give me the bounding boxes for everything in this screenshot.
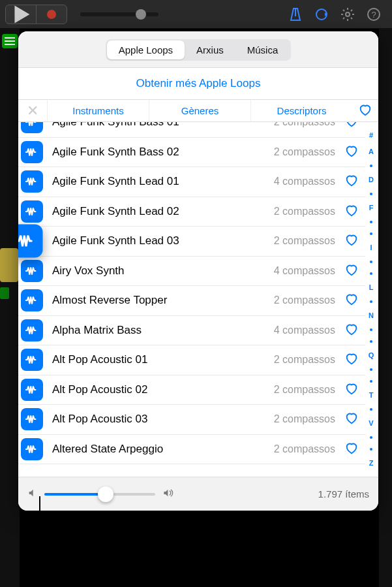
heart-outline-icon — [344, 203, 359, 217]
index-dot[interactable] — [370, 193, 372, 195]
scrub-track[interactable] — [80, 12, 158, 16]
index-letter-Q[interactable]: Q — [365, 352, 377, 359]
scrub-knob[interactable] — [136, 9, 146, 20]
loop-type-icon[interactable] — [21, 289, 43, 311]
heart-outline-icon — [344, 322, 359, 336]
index-letter-D[interactable]: D — [365, 176, 377, 183]
segment-música[interactable]: Música — [235, 40, 290, 59]
loop-row[interactable]: Altered State Arpeggio2 compassos — [18, 435, 365, 465]
index-dot[interactable] — [370, 368, 372, 371]
index-dot[interactable] — [370, 436, 372, 439]
favorite-toggle[interactable] — [342, 262, 361, 279]
favorite-toggle[interactable] — [342, 381, 361, 398]
index-dot[interactable] — [370, 221, 372, 223]
index-letter-#[interactable]: # — [365, 132, 377, 139]
segment-apple-loops[interactable]: Apple Loops — [107, 40, 185, 59]
record-button[interactable] — [36, 5, 67, 24]
loop-meta: 2 compassos — [274, 443, 342, 455]
favorite-toggle[interactable] — [342, 232, 361, 249]
loop-row[interactable]: Agile Funk Synth Lead 022 compassos — [18, 197, 365, 227]
favorite-toggle[interactable] — [342, 322, 361, 339]
help-button[interactable]: ? — [361, 1, 387, 27]
loop-row[interactable]: Agile Funk Synth Lead 014 compassos — [18, 167, 365, 197]
metronome-icon — [288, 7, 303, 22]
favorite-toggle[interactable] — [342, 441, 361, 458]
loop-type-icon[interactable] — [21, 200, 43, 223]
track-header-stub — [0, 287, 9, 299]
settings-button[interactable] — [335, 1, 361, 27]
favorite-toggle[interactable] — [342, 173, 361, 190]
loop-meta: 2 compassos — [274, 294, 342, 306]
alpha-index-rail[interactable]: #ADFILNQTVZ — [365, 127, 377, 471]
loop-row[interactable]: Alt Pop Acoustic 012 compassos — [18, 345, 365, 375]
loop-row[interactable]: Agile Funk Synth Lead 032 compassos — [18, 227, 365, 257]
loop-browser-button[interactable] — [309, 1, 335, 27]
filter-favorites[interactable] — [352, 103, 378, 119]
volume-knob[interactable] — [98, 486, 113, 502]
index-letter-F[interactable]: F — [365, 204, 377, 212]
loop-type-icon[interactable] — [21, 260, 43, 282]
tracks-menu-button[interactable] — [2, 34, 18, 48]
favorite-toggle[interactable] — [342, 292, 361, 309]
index-letter-T[interactable]: T — [365, 392, 377, 399]
waveform-icon — [25, 145, 39, 159]
index-dot[interactable] — [370, 300, 372, 303]
loop-row[interactable]: Airy Vox Synth4 compassos — [18, 257, 365, 287]
filter-instruments[interactable]: Instruments — [47, 100, 149, 121]
index-dot[interactable] — [370, 408, 372, 411]
loop-type-icon[interactable] — [21, 122, 43, 133]
get-more-link[interactable]: Obtenir més Apple Loops — [136, 77, 261, 89]
favorite-toggle[interactable] — [342, 122, 361, 131]
index-letter-Z[interactable]: Z — [365, 460, 377, 467]
index-dot[interactable] — [370, 272, 372, 275]
loop-list[interactable]: Agile Funk Synth Bass 012 compassosAgile… — [18, 122, 365, 464]
loop-row[interactable]: Alt Pop Acoustic 032 compassos — [18, 405, 365, 435]
loop-row[interactable]: Alpha Matrix Bass4 compassos — [18, 316, 365, 346]
index-dot[interactable] — [370, 232, 372, 235]
loop-type-icon[interactable] — [21, 319, 43, 341]
favorite-toggle[interactable] — [342, 203, 361, 220]
index-letter-N[interactable]: N — [365, 312, 377, 319]
favorite-toggle[interactable] — [342, 411, 361, 428]
loop-icon — [314, 7, 329, 22]
favorite-toggle[interactable] — [342, 351, 361, 368]
play-button[interactable] — [5, 5, 37, 24]
volume-max-icon — [162, 488, 175, 501]
index-letter-A[interactable]: A — [365, 148, 377, 155]
loop-type-icon[interactable] — [21, 379, 43, 401]
loop-type-icon[interactable] — [18, 225, 43, 258]
loop-meta: 2 compassos — [274, 206, 342, 217]
index-dot[interactable] — [370, 165, 372, 167]
loop-type-icon[interactable] — [21, 141, 43, 163]
loop-row[interactable]: Agile Funk Synth Bass 012 compassos — [18, 122, 365, 138]
index-dot[interactable] — [370, 448, 372, 451]
index-letter-I[interactable]: I — [365, 244, 377, 251]
filter-genres[interactable]: Gèneres — [149, 100, 250, 121]
loop-row[interactable]: Agile Funk Synth Bass 022 compassos — [18, 138, 365, 168]
close-icon: ✕ — [27, 103, 38, 119]
index-dot[interactable] — [370, 328, 372, 331]
favorite-toggle[interactable] — [342, 144, 361, 161]
index-dot[interactable] — [370, 340, 372, 343]
loop-type-icon[interactable] — [21, 349, 43, 371]
item-count: 1.797 ítems — [318, 488, 369, 500]
loop-type-icon[interactable] — [21, 408, 43, 430]
filter-descriptors[interactable]: Descriptors — [250, 100, 352, 121]
index-dot[interactable] — [370, 380, 372, 383]
loop-name: Agile Funk Synth Lead 02 — [43, 205, 274, 218]
loop-row[interactable]: Almost Reverse Topper2 compassos — [18, 286, 365, 316]
loop-row[interactable]: Alt Pop Acoustic 022 compassos — [18, 375, 365, 405]
metronome-button[interactable] — [282, 1, 309, 27]
index-dot[interactable] — [370, 261, 372, 263]
close-filters-button[interactable]: ✕ — [18, 103, 47, 119]
index-letter-V[interactable]: V — [365, 420, 377, 427]
heart-outline-icon — [344, 144, 359, 158]
index-letter-L[interactable]: L — [365, 284, 377, 291]
loop-type-icon[interactable] — [21, 438, 43, 460]
source-segmented-control[interactable]: Apple LoopsArxiusMúsica — [106, 39, 292, 61]
loop-browser-popover: Apple LoopsArxiusMúsica Obtenir més Appl… — [18, 31, 378, 511]
preview-volume-slider[interactable] — [44, 493, 155, 496]
loop-type-icon[interactable] — [21, 170, 43, 193]
segment-arxius[interactable]: Arxius — [185, 40, 235, 59]
filter-tabs: ✕ Instruments Gèneres Descriptors — [18, 99, 378, 122]
